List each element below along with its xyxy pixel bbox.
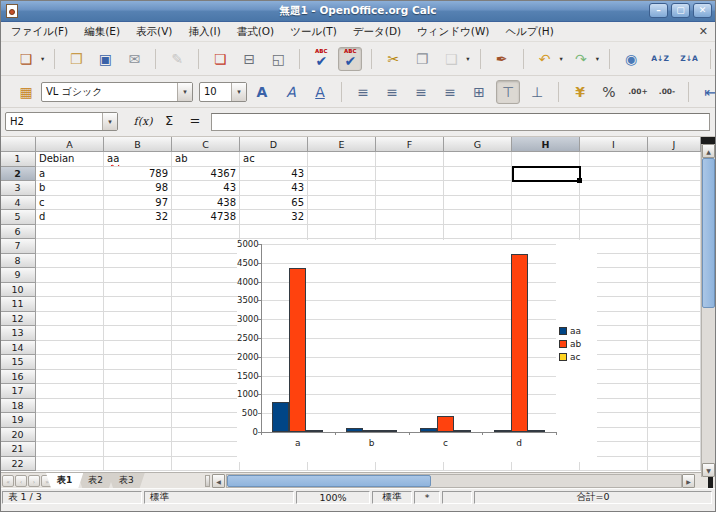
sheet-nav-next-button[interactable]: › <box>28 475 40 487</box>
column-header-E[interactable]: E <box>308 137 376 152</box>
select-all-corner[interactable] <box>0 137 36 152</box>
font-size-dropdown-icon[interactable]: ▾ <box>231 83 246 101</box>
cell-H6[interactable] <box>512 225 580 240</box>
cell-E1[interactable] <box>308 152 376 167</box>
cell-B7[interactable] <box>104 239 172 254</box>
cell-C2[interactable]: 4367 <box>172 167 240 182</box>
cell-B2[interactable]: 789 <box>104 167 172 182</box>
cell-J7[interactable] <box>648 239 701 254</box>
row-header-5[interactable]: 5 <box>0 210 36 225</box>
cell-J1[interactable] <box>648 152 701 167</box>
cell-A20[interactable] <box>36 428 104 443</box>
cell-B1[interactable]: aa <box>104 152 172 167</box>
open-button[interactable]: ❒ <box>64 47 88 71</box>
cell-A14[interactable] <box>36 341 104 356</box>
number-format-currency-button[interactable]: ¥ <box>568 80 592 104</box>
cell-G1[interactable] <box>444 152 512 167</box>
close-button[interactable]: ✕ <box>693 3 712 18</box>
column-header-B[interactable]: B <box>104 137 172 152</box>
column-header-J[interactable]: J <box>648 137 701 152</box>
cell-E4[interactable] <box>308 196 376 211</box>
cell-F6[interactable] <box>376 225 444 240</box>
cut-button[interactable]: ✂ <box>381 47 405 71</box>
cell-B14[interactable] <box>104 341 172 356</box>
vertical-scrollbar-thumb[interactable] <box>702 158 715 308</box>
cell-C10[interactable] <box>172 283 240 298</box>
menu-data[interactable]: データ(D) <box>345 23 409 41</box>
cell-I4[interactable] <box>580 196 648 211</box>
sort-ascending-button[interactable]: A↓Z <box>648 47 672 71</box>
row-header-11[interactable]: 11 <box>0 297 36 312</box>
horizontal-scrollbar[interactable] <box>226 474 682 488</box>
merge-cells-button[interactable]: ⊞ <box>467 80 491 104</box>
save-button[interactable]: ▣ <box>93 47 117 71</box>
cell-A8[interactable] <box>36 254 104 269</box>
auto-spellcheck-button[interactable]: ABC✔ <box>338 47 362 71</box>
cell-C14[interactable] <box>172 341 240 356</box>
cell-F5[interactable] <box>376 210 444 225</box>
redo-dropdown-icon[interactable]: ▾ <box>596 55 599 63</box>
function-wizard-button[interactable]: f(x) <box>132 115 154 128</box>
font-name-combobox[interactable]: VL ゴシック ▾ <box>41 82 193 102</box>
sort-descending-button[interactable]: Z↓A <box>677 47 701 71</box>
menu-view[interactable]: 表示(V) <box>128 23 180 41</box>
align-center-button[interactable]: ≡ <box>380 80 404 104</box>
cell-F2[interactable] <box>376 167 444 182</box>
email-document-button[interactable]: ✉ <box>122 47 146 71</box>
cell-J11[interactable] <box>648 297 701 312</box>
row-header-6[interactable]: 6 <box>0 225 36 240</box>
cell-I2[interactable] <box>580 167 648 182</box>
styles-and-formatting-button[interactable]: ▦ <box>14 80 38 104</box>
vertical-scrollbar[interactable]: ▲ ▼ <box>701 137 715 477</box>
cell-C8[interactable] <box>172 254 240 269</box>
row-header-18[interactable]: 18 <box>0 399 36 414</box>
align-top-button[interactable]: ⊤ <box>496 80 520 104</box>
cell-E6[interactable] <box>308 225 376 240</box>
cell-A17[interactable] <box>36 384 104 399</box>
cell-C1[interactable]: ab <box>172 152 240 167</box>
cell-C17[interactable] <box>172 384 240 399</box>
cell-C6[interactable] <box>172 225 240 240</box>
column-header-D[interactable]: D <box>240 137 308 152</box>
row-header-17[interactable]: 17 <box>0 384 36 399</box>
tab-scrollbar-splitter[interactable] <box>205 475 210 487</box>
new-document-button[interactable]: ❏ <box>14 47 38 71</box>
cell-J2[interactable] <box>648 167 701 182</box>
cell-J16[interactable] <box>648 370 701 385</box>
undo-button[interactable]: ↶ <box>533 47 557 71</box>
embedded-chart[interactable]: 0500100015002000250030003500400045005000… <box>237 240 597 462</box>
cell-B9[interactable] <box>104 268 172 283</box>
cell-G3[interactable] <box>444 181 512 196</box>
cell-C15[interactable] <box>172 355 240 370</box>
cell-A6[interactable] <box>36 225 104 240</box>
cell-C3[interactable]: 43 <box>172 181 240 196</box>
cell-J21[interactable] <box>648 442 701 457</box>
cell-J4[interactable] <box>648 196 701 211</box>
print-button[interactable]: ⊟ <box>237 47 261 71</box>
delete-decimal-place-button[interactable]: .00- <box>655 80 679 104</box>
row-header-13[interactable]: 13 <box>0 326 36 341</box>
menu-help[interactable]: ヘルプ(H) <box>497 23 561 41</box>
cell-D5[interactable]: 32 <box>240 210 308 225</box>
cell-C7[interactable] <box>172 239 240 254</box>
cell-J13[interactable] <box>648 326 701 341</box>
sheet-nav-previous-button[interactable]: ‹ <box>15 475 27 487</box>
row-header-7[interactable]: 7 <box>0 239 36 254</box>
cell-E5[interactable] <box>308 210 376 225</box>
cell-A12[interactable] <box>36 312 104 327</box>
cell-C9[interactable] <box>172 268 240 283</box>
cell-C16[interactable] <box>172 370 240 385</box>
cell-E3[interactable] <box>308 181 376 196</box>
cell-J17[interactable] <box>648 384 701 399</box>
row-header-3[interactable]: 3 <box>0 181 36 196</box>
cell-G5[interactable] <box>444 210 512 225</box>
cell-A10[interactable] <box>36 283 104 298</box>
cell-G6[interactable] <box>444 225 512 240</box>
cell-G2[interactable] <box>444 167 512 182</box>
align-justified-button[interactable]: ≡ <box>438 80 462 104</box>
cell-A18[interactable] <box>36 399 104 414</box>
cell-F4[interactable] <box>376 196 444 211</box>
cell-B17[interactable] <box>104 384 172 399</box>
menu-edit[interactable]: 編集(E) <box>76 23 128 41</box>
column-header-H[interactable]: H <box>512 137 580 152</box>
